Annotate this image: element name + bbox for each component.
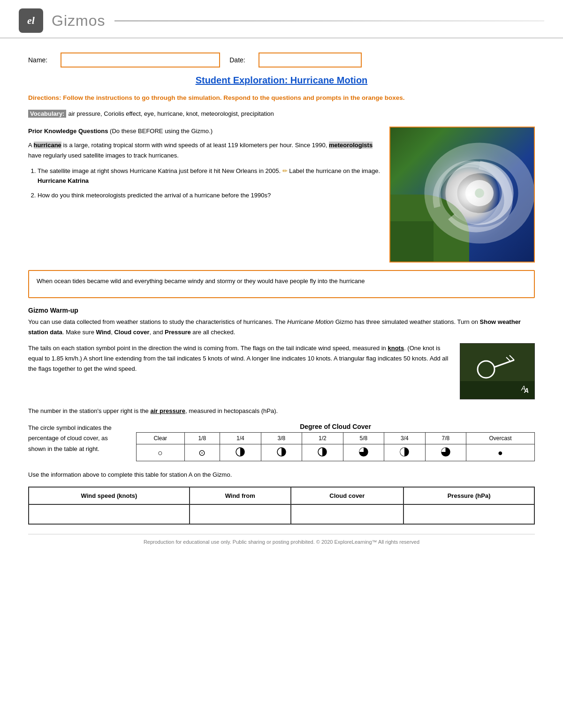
cloud-header-5-8: 5/8 xyxy=(343,433,384,444)
warmup-paragraph-1: You can use data collected from weather … xyxy=(28,317,535,338)
cloud-cover-label: The circle symbol indicates the percenta… xyxy=(28,423,122,454)
header-divider xyxy=(114,20,544,22)
pressure-bold: Pressure xyxy=(165,329,191,336)
date-label: Date: xyxy=(229,56,245,64)
cloud-sym-clear: ○ xyxy=(137,444,185,461)
cloud-cover-bold: Cloud cover xyxy=(114,329,149,336)
knots-term: knots xyxy=(388,345,404,352)
hurricane-term: hurricane xyxy=(34,142,61,149)
use-info-line: Use the information above to complete th… xyxy=(28,470,535,480)
cell-cloud-cover[interactable] xyxy=(291,504,404,524)
cloud-header-clear: Clear xyxy=(137,433,185,444)
name-date-row: Name: Date: xyxy=(0,43,563,75)
station-text-block: The tails on each station symbol point i… xyxy=(28,343,450,374)
name-input[interactable] xyxy=(61,53,220,68)
cloud-header-7-8: 7/8 xyxy=(425,433,466,444)
air-pressure-line: The number in the station's upper right … xyxy=(28,406,535,416)
answer-box-text: When ocean tides became wild and everyth… xyxy=(37,278,365,285)
svg-point-3 xyxy=(475,188,484,198)
meteorologist-term: meteorologists xyxy=(329,142,373,149)
cell-wind-from[interactable] xyxy=(190,504,291,524)
cloud-header-1-4: 1/4 xyxy=(220,433,261,444)
data-table-header-row: Wind speed (knots) Wind from Cloud cover… xyxy=(29,487,534,504)
station-data-table: Wind speed (knots) Wind from Cloud cover… xyxy=(28,487,535,525)
logo-box: el xyxy=(19,8,43,33)
gizmo-name-italic: Hurricane Motion xyxy=(287,318,334,325)
page-title: Student Exploration: Hurricane Motion xyxy=(28,75,535,86)
cloud-header-3-8: 3/8 xyxy=(261,433,302,444)
pk-heading-row: Prior Knowledge Questions (Do these BEFO… xyxy=(28,127,380,136)
cloud-cover-table: Clear 1/8 1/4 3/8 1/2 5/8 3/4 7/8 Overca… xyxy=(136,432,535,461)
svg-rect-5 xyxy=(460,381,535,399)
cloud-sym-5-8 xyxy=(343,444,384,461)
cloud-symbol-row: ○ ⊙ xyxy=(137,444,535,461)
cloud-header-1-2: 1/2 xyxy=(302,433,343,444)
cloud-cover-title: Degree of Cloud Cover xyxy=(136,423,535,430)
cloud-sym-3-8-svg xyxy=(276,447,287,457)
cell-wind-speed[interactable] xyxy=(29,504,190,524)
cloud-sym-3-4-svg xyxy=(399,447,410,457)
page-header: el Gizmos xyxy=(0,0,563,38)
vocabulary-line: Vocabulary:air pressure, Coriolis effect… xyxy=(28,109,535,119)
pk-question-2: How do you think meteorologists predicte… xyxy=(38,191,380,201)
pk-intro: A hurricane is a large, rotating tropica… xyxy=(28,140,380,161)
cloud-sym-quarter-svg xyxy=(235,447,245,457)
cloud-table-header-row: Clear 1/8 1/4 3/8 1/2 5/8 3/4 7/8 Overca… xyxy=(137,433,535,444)
prior-knowledge-questions: The satellite image at right shows Hurri… xyxy=(38,166,380,200)
pk-text-column: Prior Knowledge Questions (Do these BEFO… xyxy=(28,127,380,263)
cloud-header-3-4: 3/4 xyxy=(384,433,426,444)
station-thumbnail: A xyxy=(460,343,535,399)
cloud-sym-half-svg xyxy=(317,447,327,457)
cloud-sym-overcast: ● xyxy=(466,444,535,461)
cloud-header-1-8: 1/8 xyxy=(184,433,220,444)
air-pressure-term: air pressure xyxy=(150,407,185,414)
cell-pressure[interactable] xyxy=(403,504,534,524)
cloud-header-overcast: Overcast xyxy=(466,433,535,444)
cloud-cover-section: The circle symbol indicates the percenta… xyxy=(28,423,535,461)
cloud-sym-7-8 xyxy=(425,444,466,461)
station-row: The tails on each station symbol point i… xyxy=(28,343,535,399)
station-image-svg: A xyxy=(460,344,535,399)
cloud-sym-3-4 xyxy=(384,444,426,461)
hurricane-katrina-label: Hurricane Katrina xyxy=(38,177,89,184)
date-input[interactable] xyxy=(259,53,362,68)
cloud-sym-5-8-svg xyxy=(358,447,369,457)
name-label: Name: xyxy=(28,56,47,64)
svg-text:A: A xyxy=(521,384,525,392)
hurricane-swirl-svg xyxy=(390,128,535,263)
cloud-sym-1-2 xyxy=(302,444,343,461)
warmup-heading: Gizmo Warm-up xyxy=(28,307,535,314)
footer: Reproduction for educational use only. P… xyxy=(28,534,535,554)
pk-heading: Prior Knowledge Questions xyxy=(28,128,108,135)
cloud-sym-3-8 xyxy=(261,444,302,461)
brand-name: Gizmos xyxy=(52,12,105,30)
prior-knowledge-section: Prior Knowledge Questions (Do these BEFO… xyxy=(28,127,535,263)
directions-text: Directions: Follow the instructions to g… xyxy=(28,93,535,103)
wind-bold: Wind xyxy=(96,329,111,336)
col-pressure: Pressure (hPa) xyxy=(403,487,534,504)
question-2-answer-box[interactable]: When ocean tides became wild and everyth… xyxy=(28,270,535,298)
pk-heading-sub: (Do these BEFORE using the Gizmo.) xyxy=(110,128,213,135)
hurricane-satellite-image xyxy=(389,127,535,263)
main-content: Student Exploration: Hurricane Motion Di… xyxy=(0,75,563,568)
vocab-label: Vocabulary: xyxy=(28,110,66,118)
cloud-cover-table-wrap: Degree of Cloud Cover Clear 1/8 1/4 3/8 … xyxy=(136,423,535,461)
cloud-sym-7-8-svg xyxy=(441,447,451,457)
col-wind-speed: Wind speed (knots) xyxy=(29,487,190,504)
data-table-row-1 xyxy=(29,504,534,524)
col-wind-from: Wind from xyxy=(190,487,291,504)
logo-icon: el xyxy=(27,15,35,27)
vocab-terms: air pressure, Coriolis effect, eye, hurr… xyxy=(68,110,274,117)
cloud-sym-1-8: ⊙ xyxy=(184,444,220,461)
pk-question-1: The satellite image at right shows Hurri… xyxy=(38,166,380,186)
cloud-sym-1-4 xyxy=(220,444,261,461)
pencil-icon: ✏ xyxy=(282,167,288,174)
col-cloud-cover: Cloud cover xyxy=(291,487,404,504)
